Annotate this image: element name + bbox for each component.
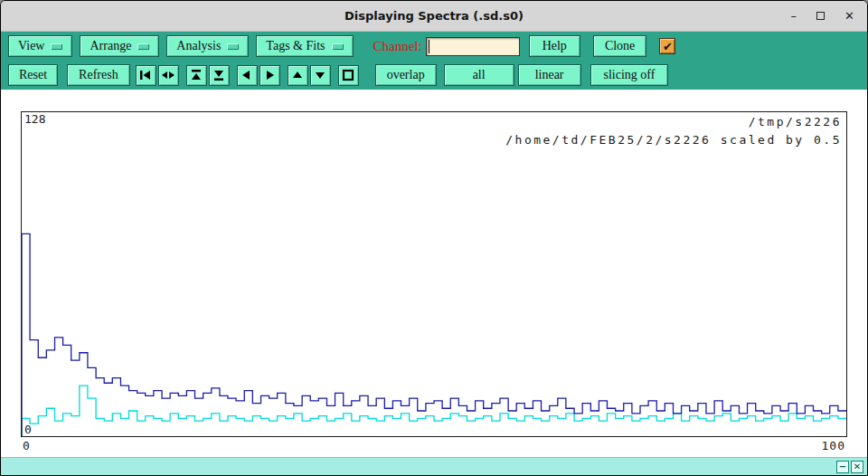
statusbar-close-button[interactable]: ✕ bbox=[851, 461, 863, 473]
menu-analysis[interactable]: Analysis bbox=[166, 35, 249, 57]
overlay-checkbox[interactable]: ✔ bbox=[659, 38, 675, 54]
app-window: Displaying Spectra (.sd.s0) – ✕ View Arr… bbox=[0, 0, 868, 476]
statusbar-minimize-button[interactable]: − bbox=[836, 461, 849, 473]
full-range-button[interactable] bbox=[338, 65, 359, 86]
spectrum-annotations: /tmp/s2226 /home/td/FEB25/2/s2226 scaled… bbox=[505, 113, 842, 149]
clone-button[interactable]: Clone bbox=[593, 35, 646, 57]
menu-arrange[interactable]: Arrange bbox=[80, 35, 159, 57]
menu-arrange-label: Arrange bbox=[90, 39, 131, 53]
step-left-icon bbox=[240, 68, 254, 82]
first-page-icon bbox=[138, 68, 153, 82]
option-menu-indicator-icon bbox=[51, 43, 62, 50]
first-page-button[interactable] bbox=[136, 65, 156, 86]
x-axis-min-label: 0 bbox=[23, 439, 31, 452]
slicing-button[interactable]: slicing off bbox=[590, 64, 669, 86]
overlap-button[interactable]: overlap bbox=[375, 64, 437, 86]
page-down-icon bbox=[212, 68, 226, 82]
menu-bar: View Arrange Analysis Tags & Fits Channe… bbox=[1, 32, 867, 61]
help-button[interactable]: Help bbox=[529, 35, 580, 57]
menu-tags-fits[interactable]: Tags & Fits bbox=[256, 35, 353, 57]
maximize-icon bbox=[816, 12, 825, 20]
plot-canvas: 128 0 /tmp/s2226 /home/td/FEB25/2/s2226 … bbox=[1, 90, 867, 457]
expand-horizontal-icon bbox=[161, 68, 175, 82]
menu-view-label: View bbox=[18, 39, 44, 53]
step-left-button[interactable] bbox=[237, 65, 258, 86]
spectrum-primary-trace bbox=[22, 233, 846, 436]
y-axis-max-label: 128 bbox=[24, 112, 45, 126]
full-range-icon bbox=[341, 68, 355, 82]
spectra-canvas[interactable] bbox=[22, 112, 846, 436]
page-down-button[interactable] bbox=[209, 65, 230, 86]
linear-button[interactable]: linear bbox=[518, 64, 581, 86]
maximize-button[interactable] bbox=[816, 10, 825, 22]
all-button[interactable]: all bbox=[444, 64, 514, 86]
scroll-up-button[interactable] bbox=[288, 65, 308, 86]
refresh-button[interactable]: Refresh bbox=[67, 64, 130, 86]
step-right-icon bbox=[262, 68, 277, 82]
expand-horizontal-button[interactable] bbox=[158, 65, 179, 86]
option-menu-indicator-icon bbox=[227, 43, 239, 50]
spectrum-name-primary: /tmp/s2226 bbox=[505, 113, 842, 131]
text-cursor bbox=[429, 40, 429, 53]
spectrum-name-overlay: /home/td/FEB25/2/s2226 scaled by 0.5 bbox=[505, 131, 842, 149]
spectrum-plot[interactable]: 128 0 /tmp/s2226 /home/td/FEB25/2/s2226 … bbox=[21, 111, 847, 437]
page-up-button[interactable] bbox=[186, 65, 207, 86]
scroll-down-icon bbox=[313, 68, 327, 82]
channel-input[interactable] bbox=[426, 37, 520, 56]
close-button[interactable]: ✕ bbox=[844, 10, 854, 22]
y-axis-min-label: 0 bbox=[24, 423, 32, 436]
option-menu-indicator-icon bbox=[332, 43, 344, 50]
channel-label: Channel: bbox=[373, 39, 422, 54]
window-controls: – ✕ bbox=[791, 1, 854, 31]
status-bar: − ✕ bbox=[1, 457, 867, 475]
option-menu-indicator-icon bbox=[137, 43, 149, 50]
minimize-button[interactable]: – bbox=[791, 10, 797, 22]
navigation-toolbar: Reset Refresh bbox=[1, 61, 867, 90]
x-axis-max-label: 100 bbox=[822, 439, 845, 452]
title-bar: Displaying Spectra (.sd.s0) – ✕ bbox=[1, 1, 867, 32]
window-title: Displaying Spectra (.sd.s0) bbox=[344, 9, 524, 23]
page-up-icon bbox=[189, 68, 203, 82]
menu-view[interactable]: View bbox=[8, 35, 72, 57]
reset-button[interactable]: Reset bbox=[8, 64, 58, 86]
checkmark-icon: ✔ bbox=[663, 40, 673, 53]
scroll-up-icon bbox=[290, 68, 305, 82]
step-right-button[interactable] bbox=[259, 65, 280, 86]
menu-analysis-label: Analysis bbox=[176, 39, 221, 53]
x-axis: 0 100 bbox=[21, 439, 847, 456]
menu-tags-fits-label: Tags & Fits bbox=[266, 39, 325, 53]
scroll-down-button[interactable] bbox=[310, 65, 331, 86]
